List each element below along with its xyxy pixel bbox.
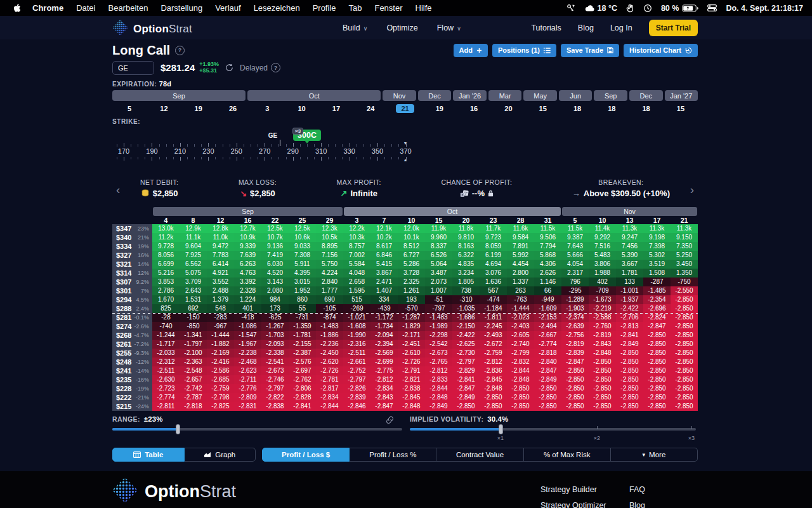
pl-cell[interactable]: -1.547 [234, 331, 261, 340]
pl-cell[interactable]: -2.850 [671, 393, 698, 402]
pl-cell[interactable]: 7.002 [343, 251, 370, 260]
pl-cell[interactable]: -797 [425, 304, 452, 313]
pl-cell[interactable]: 10.6k [289, 233, 316, 242]
pl-cell[interactable]: -2.841 [289, 402, 316, 411]
pl-cell[interactable]: -2.847 [452, 384, 480, 393]
pl-cell[interactable]: 3.076 [480, 269, 507, 277]
pl-cell[interactable]: 9.150 [671, 233, 698, 242]
pl-cell[interactable]: -1.882 [207, 340, 234, 349]
exp-date[interactable]: 16 [457, 103, 491, 114]
pl-cell[interactable]: -2.781 [316, 375, 343, 384]
row-strike-label[interactable]: $3017% [112, 286, 152, 295]
pl-cell[interactable]: -2.493 [480, 331, 507, 340]
exp-month-sep[interactable]: Sep [594, 90, 627, 101]
pl-cell[interactable]: -763 [507, 295, 534, 304]
action-positions-1[interactable]: Positions (1) [492, 44, 556, 57]
pl-cell[interactable]: 4.763 [234, 269, 261, 277]
pl-cell[interactable]: 548 [207, 304, 234, 313]
pl-cell[interactable]: -2.726 [398, 358, 425, 366]
pl-cell[interactable]: -2.825 [207, 402, 234, 411]
pl-cell[interactable]: -2.740 [507, 340, 534, 349]
menu-item-bearbeiten[interactable]: Bearbeiten [102, 3, 154, 13]
row-strike-label[interactable]: $268-4.7% [112, 331, 152, 340]
pl-cell[interactable]: -310 [452, 295, 480, 304]
pl-cell[interactable]: 3.867 [370, 269, 398, 277]
pl-cell[interactable]: 5.868 [534, 251, 561, 260]
pl-cell[interactable]: -2.620 [316, 358, 343, 366]
pl-cell[interactable]: -2.657 [180, 375, 207, 384]
pl-cell[interactable]: -2.672 [480, 340, 507, 349]
pl-cell[interactable]: 8.757 [343, 242, 370, 251]
pl-cell[interactable]: -2.850 [589, 384, 616, 393]
pl-cell[interactable]: -2.850 [561, 393, 589, 402]
pl-cell[interactable]: -2.422 [616, 304, 643, 313]
pl-cell[interactable]: -1.287 [398, 313, 425, 322]
pl-cell[interactable]: -2.845 [480, 375, 507, 384]
footer-link-strategy-builder[interactable]: Strategy Builder [540, 485, 606, 494]
pl-cell[interactable]: 3.234 [452, 269, 480, 277]
pl-cell[interactable]: -2.838 [261, 402, 289, 411]
pl-cell[interactable]: -2.759 [207, 384, 234, 393]
pl-cell[interactable]: 5.302 [643, 251, 671, 260]
pl-cell[interactable]: 5.075 [180, 269, 207, 277]
chevron-right-icon[interactable]: › [690, 184, 694, 196]
pl-cell[interactable]: 1.805 [452, 277, 480, 286]
pl-cell[interactable]: -2.850 [671, 384, 698, 393]
help-icon[interactable]: ? [175, 46, 185, 55]
pl-cell[interactable]: -1.990 [343, 331, 370, 340]
pl-cell[interactable]: -2.850 [616, 375, 643, 384]
pl-cell[interactable]: -2.832 [507, 358, 534, 366]
pl-cell[interactable]: -2.833 [425, 375, 452, 384]
pl-cell[interactable]: -750 [671, 277, 698, 286]
row-strike-label[interactable]: $235-16% [112, 375, 152, 384]
pl-cell[interactable]: -2.756 [561, 331, 589, 340]
pl-cell[interactable]: -2.759 [480, 349, 507, 358]
pl-cell[interactable]: -2.511 [343, 349, 370, 358]
pl-cell[interactable]: -740 [152, 322, 180, 331]
action-historical-chart[interactable]: Historical Chart [624, 44, 698, 57]
nav-tutorials[interactable]: Tutorials [531, 23, 561, 32]
pl-cell[interactable]: -2.850 [534, 402, 561, 411]
pl-cell[interactable]: -2.812 [370, 375, 398, 384]
pl-cell[interactable]: 3.143 [261, 277, 289, 286]
pl-cell[interactable]: 1.781 [616, 269, 643, 277]
pl-cell[interactable]: 12.7k [234, 224, 261, 233]
row-strike-label[interactable]: $281-0.1% [112, 313, 152, 322]
pl-cell[interactable]: 10.2k [370, 233, 398, 242]
pl-cell[interactable]: -2.706 [616, 313, 643, 322]
pl-cell[interactable]: -2.850 [561, 375, 589, 384]
pl-cell[interactable]: -2.850 [616, 393, 643, 402]
pl-cell[interactable]: -287 [643, 277, 671, 286]
pl-cell[interactable]: -2.821 [398, 375, 425, 384]
nav-log-in[interactable]: Log In [610, 23, 632, 32]
pl-cell[interactable]: 4.921 [207, 269, 234, 277]
weather-item[interactable]: 18 °C [585, 4, 617, 13]
pl-cell[interactable]: 12.8k [207, 224, 234, 233]
pl-cell[interactable]: -2.850 [452, 402, 480, 411]
pl-cell[interactable]: -1.172 [370, 313, 398, 322]
pl-cell[interactable]: -2.550 [671, 286, 698, 295]
pl-cell[interactable]: 9.960 [425, 233, 452, 242]
pl-cell[interactable]: -2.610 [398, 349, 425, 358]
pl-cell[interactable]: -2.711 [234, 375, 261, 384]
pl-cell[interactable]: 4.520 [261, 269, 289, 277]
pl-cell[interactable]: -2.850 [507, 393, 534, 402]
pl-cell[interactable]: 1.988 [589, 269, 616, 277]
row-strike-label[interactable]: $215-24% [112, 402, 152, 411]
pl-cell[interactable]: -2.468 [234, 358, 261, 366]
menu-item-hilfe[interactable]: Hilfe [409, 3, 438, 13]
row-strike-label[interactable]: $255-9.3% [112, 349, 152, 358]
pl-cell[interactable]: -2.850 [589, 366, 616, 375]
pl-cell[interactable]: 3.015 [289, 277, 316, 286]
exp-date[interactable]: 15 [526, 103, 560, 114]
pl-cell[interactable]: -2.843 [370, 393, 398, 402]
pl-cell[interactable]: -2.416 [207, 358, 234, 366]
pl-cell[interactable]: 2.658 [343, 277, 370, 286]
pl-cell[interactable]: 9.292 [589, 233, 616, 242]
exp-date[interactable]: 5 [112, 103, 147, 114]
pl-cell[interactable]: -2.394 [370, 340, 398, 349]
pl-cell[interactable]: 2.626 [534, 269, 561, 277]
pl-cell[interactable]: -2.834 [370, 384, 398, 393]
pl-cell[interactable]: 7.891 [507, 242, 534, 251]
exp-date[interactable]: 19 [422, 103, 457, 114]
